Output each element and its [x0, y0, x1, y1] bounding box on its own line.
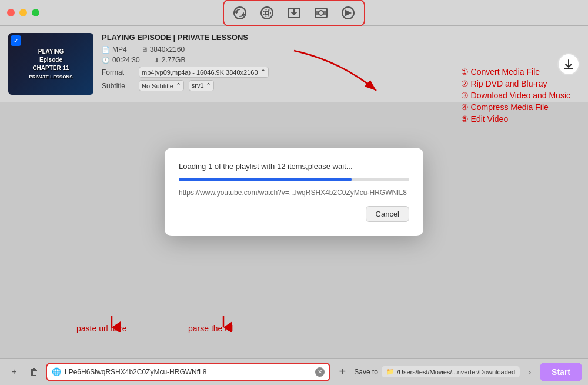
bottom-bar: + 🗑 🌐 ✕ + Save to 📁 /Users/test/Movies/.…	[0, 358, 588, 385]
dialog-backdrop: Loading 1 of the playlist with 12 items,…	[0, 26, 588, 358]
svg-point-3	[263, 9, 270, 16]
dialog-message: Loading 1 of the playlist with 12 items,…	[179, 162, 409, 171]
dialog-progress-bar	[179, 178, 352, 181]
dialog-actions: Cancel	[179, 206, 409, 222]
folder-icon: 📁	[386, 368, 395, 376]
window-controls	[7, 9, 39, 16]
minimize-button[interactable]	[19, 9, 27, 16]
dialog-cancel-button[interactable]: Cancel	[366, 206, 409, 222]
save-to-section: Save to 📁 /Users/test/Movies/...nverter/…	[354, 366, 536, 379]
save-path: 📁 /Users/test/Movies/...nverter/Download…	[382, 366, 520, 377]
dialog-progress-track	[179, 178, 409, 181]
url-input-wrapper: 🌐 ✕	[46, 363, 330, 381]
delete-button[interactable]: 🗑	[26, 364, 42, 380]
convert-media-button[interactable]	[229, 3, 251, 23]
loading-dialog: Loading 1 of the playlist with 12 items,…	[165, 148, 423, 236]
title-bar	[0, 0, 588, 26]
add-item-button[interactable]: +	[6, 364, 22, 380]
edit-video-button[interactable]	[337, 3, 359, 23]
rip-dvd-button[interactable]	[256, 3, 278, 23]
globe-icon: 🌐	[52, 367, 61, 376]
svg-point-6	[319, 11, 323, 15]
compress-media-button[interactable]	[310, 3, 332, 23]
save-path-button[interactable]: ›	[523, 366, 536, 379]
add-url-button[interactable]: +	[334, 364, 350, 380]
save-to-label: Save to	[354, 368, 378, 376]
start-button[interactable]: Start	[540, 363, 582, 381]
url-input[interactable]	[65, 368, 312, 376]
dialog-url: https://www.youtube.com/watch?v=...lwqRS…	[179, 188, 409, 197]
url-clear-button[interactable]: ✕	[315, 367, 325, 377]
close-button[interactable]	[7, 9, 15, 16]
download-video-button[interactable]	[283, 3, 305, 23]
maximize-button[interactable]	[32, 9, 39, 16]
toolbar-icons	[223, 0, 365, 26]
main-content: ✓ PLAYINGEpisodeCHAPTER 11PRIVATE LESSON…	[0, 26, 588, 358]
svg-point-2	[265, 11, 269, 15]
